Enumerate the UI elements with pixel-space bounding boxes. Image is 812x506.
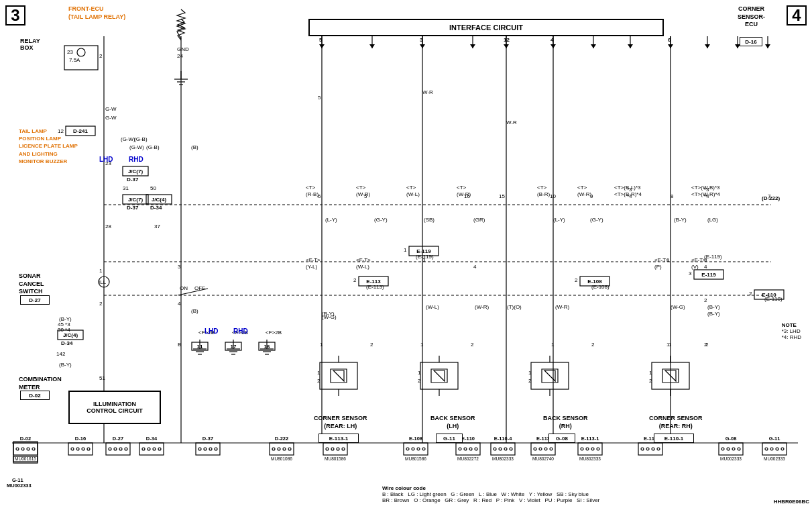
- corner-sensor-ecu-label: CORNERSENSOR-ECU: [738, 5, 765, 29]
- diagram-container: 3 4 INTERFACE CIRCUIT FRONT-ECU(TAIL LAM…: [0, 0, 812, 506]
- relay-box-label: RELAYBOX: [20, 38, 40, 51]
- front-ecu-label: FRONT-ECU(TAIL LAMP RELAY): [68, 5, 125, 21]
- corner-sensor-ecu-id: D-16: [740, 37, 762, 46]
- note-box: NOTE *3: LHD *4: RHD: [782, 322, 801, 340]
- back-sensor-rh-label: BACK SENSOR(RH): [543, 415, 588, 430]
- interface-circuit-label: INTERFACE CIRCUIT: [449, 23, 523, 32]
- lhd-label-upper: LHD: [99, 156, 113, 163]
- back-sensor-lh-label: BACK SENSOR(LH): [430, 415, 475, 430]
- note-line1: *3: LHD: [782, 328, 801, 334]
- page-number-right: 4: [787, 5, 807, 26]
- corner-sensor-rear-rh-label: CORNER SENSOR(REAR: RH): [649, 415, 703, 430]
- combination-meter-label: COMBINATIONMETER: [19, 376, 62, 391]
- document-number: HHBR0E06BC: [774, 499, 809, 505]
- wire-colour-line2: BR : Brown O : Orange GR : Grey R : Red …: [382, 497, 599, 503]
- wire-colour-section: Wire colour code B : Black LG : Light gr…: [382, 485, 599, 503]
- corner-sensor-rear-rh-id: E-110-1: [654, 434, 694, 443]
- note-title: NOTE: [782, 322, 801, 328]
- interface-circuit-box: INTERFACE CIRCUIT: [308, 19, 664, 36]
- lhd-label-lower: LHD: [205, 327, 219, 335]
- illumination-control-box: ILLUMINATION CONTROL CIRCUIT: [68, 391, 161, 424]
- tail-lamp-label: TAIL LAMPPOSITION LAMPLICENCE PLATE LAMP…: [19, 128, 78, 165]
- note-line2: *4: RHD: [782, 334, 801, 340]
- rhd-label-upper: RHD: [129, 156, 143, 163]
- back-sensor-lh-id: G-11: [436, 434, 463, 443]
- illumination-control-label: ILLUMINATION CONTROL CIRCUIT: [86, 401, 142, 414]
- wire-colour-line1: B : Black LG : Light green G : Green L :…: [382, 491, 599, 497]
- back-sensor-rh-id: G-08: [548, 434, 575, 443]
- combination-meter-id: D-02: [20, 391, 50, 400]
- wire-colour-title: Wire colour code: [382, 485, 599, 491]
- sonar-cancel-id: D-27: [20, 295, 50, 305]
- rhd-label-lower: RHD: [233, 327, 248, 335]
- corner-sensor-rear-lh-label: CORNER SENSOR(REAR: LH): [314, 415, 367, 430]
- page-number-left: 3: [5, 5, 25, 26]
- corner-sensor-rear-lh-id: E-113-1: [318, 434, 359, 443]
- sonar-cancel-label: SONARCANCELSWITCH: [19, 272, 44, 296]
